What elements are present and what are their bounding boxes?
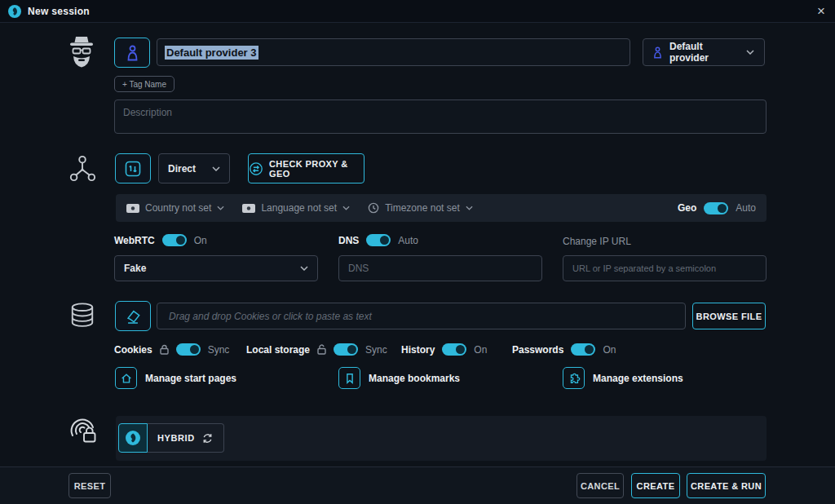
provider-dropdown[interactable]: Default provider [643,38,765,66]
browse-file-label: BROWSE FILE [696,312,762,321]
description-textarea[interactable] [114,99,767,134]
unlock-icon [317,344,326,355]
cancel-label: CANCEL [581,481,620,491]
profile-icon-button[interactable] [114,38,150,68]
puzzle-icon [563,367,585,389]
cookies-toggle[interactable] [176,343,201,356]
proxy-type-dropdown[interactable]: Direct [158,153,230,183]
clock-icon [368,202,379,214]
swap-arrows-icon [249,161,263,176]
local-storage-label: Local storage [246,344,310,356]
profile-section-icon [64,34,99,72]
data-section-icon [69,301,95,332]
history-toggle-group: History On [401,343,487,356]
local-storage-state: Sync [365,344,387,356]
flag-icon [126,204,139,213]
flag-icon [242,204,255,213]
timezone-value: Timezone not set [385,202,460,214]
language-value: Language not set [261,202,337,214]
webrtc-toggle-group: WebRTC On [114,234,207,246]
provider-dropdown-value: Default provider [669,41,739,64]
eraser-icon [124,307,142,325]
create-button[interactable]: CREATE [631,473,680,498]
dns-input[interactable] [338,255,542,281]
chevron-down-icon [746,50,754,55]
geo-toggle-group: Geo Auto [678,202,756,214]
manage-start-pages-button[interactable]: Manage start pages [115,367,236,389]
proxy-traffic-button[interactable] [115,153,151,183]
create-and-run-label: CREATE & RUN [691,481,762,491]
manage-bookmarks-button[interactable]: Manage bookmarks [338,367,460,389]
passwords-label: Passwords [512,344,563,356]
cancel-button[interactable]: CANCEL [577,473,624,498]
geo-state: Auto [736,202,756,214]
app-logo-icon [8,5,21,18]
session-name-input[interactable]: Default provider 3 [157,38,630,66]
reset-button[interactable]: RESET [68,473,111,498]
local-storage-toggle[interactable] [334,343,358,356]
browse-file-button[interactable]: BROWSE FILE [692,303,766,329]
timezone-dropdown[interactable]: Timezone not set [368,202,473,214]
create-and-run-button[interactable]: CREATE & RUN [687,473,766,498]
chevron-down-icon [342,206,350,210]
cookies-drop-input[interactable] [157,303,686,329]
proxy-type-value: Direct [168,163,196,175]
language-dropdown[interactable]: Language not set [242,202,350,214]
lock-icon [160,344,169,355]
chevron-down-icon [466,206,473,210]
country-value: Country not set [145,202,211,214]
webrtc-toggle[interactable] [162,234,187,246]
chevron-down-icon [217,206,224,210]
webrtc-state: On [194,235,207,246]
passwords-toggle-group: Passwords On [512,343,616,356]
fingerprint-mode-button[interactable]: HYBRID [118,423,224,453]
fingerprint-row: HYBRID [116,416,767,461]
person-icon [653,46,662,59]
dns-state: Auto [398,235,418,246]
titlebar: New session × [0,0,835,23]
clear-cookies-button[interactable] [115,301,151,331]
change-ip-label: Change IP URL [563,236,631,247]
close-icon[interactable]: × [815,4,827,18]
webrtc-mode-dropdown[interactable]: Fake [114,255,318,281]
geo-label: Geo [678,202,696,214]
geo-settings-row: Country not set Language not set Timezon… [116,194,767,222]
history-state: On [474,344,487,356]
check-proxy-geo-button[interactable]: CHECK PROXY & GEO [248,153,364,183]
passwords-state: On [603,344,616,356]
person-icon [126,45,139,61]
passwords-toggle[interactable] [571,343,595,356]
webrtc-label: WebRTC [114,235,155,246]
chevron-down-icon [212,166,220,171]
dns-label: DNS [338,235,359,246]
local-storage-toggle-group: Local storage Sync [246,343,387,356]
footer-bar: RESET CANCEL CREATE CREATE & RUN [0,466,835,504]
manage-extensions-label: Manage extensions [593,373,683,384]
proxy-section-icon [68,154,96,183]
geo-toggle[interactable] [704,202,728,214]
dns-toggle-group: DNS Auto [338,234,418,246]
reset-label: RESET [74,481,106,491]
app-logo-icon [118,423,148,453]
manage-extensions-button[interactable]: Manage extensions [563,367,683,389]
country-dropdown[interactable]: Country not set [126,202,224,214]
history-label: History [401,344,435,356]
session-name-value: Default provider 3 [165,46,258,60]
fingerprint-mode-label: HYBRID [157,433,195,443]
home-icon [115,367,137,389]
add-tag-button[interactable]: + Tag Name [114,76,175,92]
create-label: CREATE [637,481,675,491]
check-proxy-geo-label: CHECK PROXY & GEO [269,159,364,179]
chevron-down-icon [300,266,308,271]
cookies-state: Sync [208,344,230,356]
webrtc-mode-value: Fake [124,263,146,274]
change-ip-input[interactable] [563,255,767,281]
proxy-traffic-icon [125,161,141,177]
bookmark-icon [338,367,360,389]
add-tag-label: + Tag Name [122,80,166,89]
refresh-icon [201,432,214,444]
history-toggle[interactable] [442,343,466,356]
dialog-title: New session [28,6,90,17]
dns-toggle[interactable] [366,234,391,246]
manage-bookmarks-label: Manage bookmarks [369,373,460,384]
